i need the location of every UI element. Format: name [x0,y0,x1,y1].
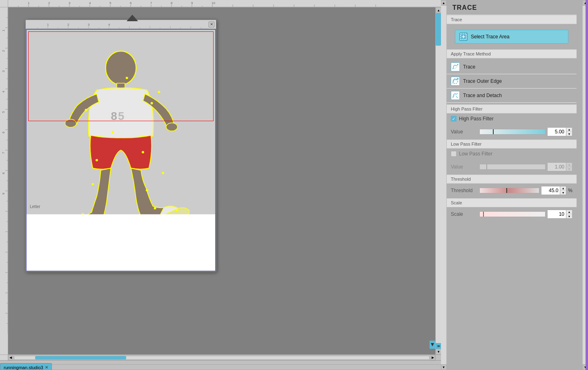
scroll-left-arrow[interactable]: ◀ [8,355,13,360]
svg-text:10: 10 [212,1,215,5]
select-trace-area-container: Select Trace Area [447,24,577,49]
high-pass-increment[interactable]: ▲ [566,128,572,132]
scale-decrement[interactable]: ▼ [566,214,572,218]
scale-slider-thumb [483,212,484,217]
canvas-area: 1 2 3 4 5 6 7 8 9 10 [0,0,441,370]
high-pass-input-group: ▲ ▼ [547,127,572,136]
canvas-right-scrollbar[interactable]: ▲ ≫ ▼ [435,7,441,354]
svg-text:4: 4 [108,23,110,27]
svg-text:2: 2 [67,23,69,27]
svg-point-113 [151,102,153,104]
svg-point-111 [158,91,160,93]
method-trace-label: Trace [463,64,475,70]
svg-text:5: 5 [2,111,5,113]
scale-value-input[interactable] [548,210,566,218]
bottom-scrollbar[interactable]: ◀ ▶ [8,354,435,360]
svg-point-115 [142,151,144,153]
high-pass-decrement[interactable]: ▼ [566,132,572,136]
svg-text:7: 7 [150,1,152,5]
svg-point-104 [106,51,136,85]
scrollbar-track[interactable] [436,13,441,343]
letter-label: Letter [30,204,40,209]
svg-text:6: 6 [130,1,132,5]
scale-spinners: ▲ ▼ [566,210,572,218]
threshold-label: Threshold [451,188,479,193]
high-pass-filter-section: ✓ High Pass Filter [447,113,577,127]
right-panel-left-scroll[interactable]: ▲ ▼ [441,0,447,370]
svg-text:4: 4 [2,91,5,93]
threshold-input-group: ▲ ▼ [541,186,566,195]
scroll-right-arrow[interactable]: ▶ [430,355,435,360]
threshold-slider-thumb [506,188,507,193]
svg-point-118 [91,183,94,186]
threshold-slider[interactable] [479,188,539,193]
right-scroll-track-left[interactable] [441,6,446,364]
svg-point-107 [166,123,178,131]
method-outer-edge-label: Trace Outer Edge [463,78,502,84]
high-pass-slider[interactable] [479,129,546,135]
tab-runningman[interactable]: runningman.studio3 ✕ [0,363,52,370]
low-pass-label[interactable]: Low Pass Filter [451,151,492,157]
svg-text:3: 3 [69,1,71,5]
svg-point-116 [96,159,98,162]
low-pass-value-label: Value [451,164,479,170]
low-pass-input-group: ▲ ▼ [547,162,572,171]
high-pass-value-label: Value [451,129,479,135]
right-scroll-down[interactable]: ▼ [441,364,447,370]
canvas-scroll-right-bottom[interactable] [430,341,435,349]
low-pass-value-row: Value ▲ ▼ [447,162,577,171]
low-pass-checkbox-row: Low Pass Filter [451,151,572,157]
svg-point-121 [154,207,156,210]
svg-text:3: 3 [88,23,90,27]
apply-method-header: Apply Trace Method [447,49,577,58]
panel-toggle-btn[interactable]: ≫ [436,343,441,349]
threshold-increment[interactable]: ▲ [560,186,566,191]
svg-point-129 [457,64,459,65]
vertical-ruler: 1 2 3 4 5 6 7 8 9 [0,7,8,354]
bottom-right-corner [435,354,441,360]
threshold-decrement[interactable]: ▼ [560,191,566,195]
high-pass-section-header: High Pass Filter [447,104,577,113]
tab-bar: runningman.studio3 ✕ [0,360,441,370]
method-trace-outer-edge[interactable]: Trace Outer Edge [447,74,577,89]
threshold-value-row: Threshold ▲ ▼ % [447,184,577,195]
svg-text:8: 8 [111,110,117,122]
low-pass-checkbox[interactable] [451,151,457,157]
image-content: 8 5 [26,29,216,272]
high-pass-label[interactable]: ✓ High Pass Filter [451,116,494,122]
high-pass-checkbox[interactable]: ✓ [451,116,457,122]
svg-text:4: 4 [89,1,91,5]
right-scroll-up[interactable]: ▲ [441,0,447,6]
panel-up-arrow [127,15,138,22]
svg-text:1: 1 [2,29,5,31]
tab-close-button[interactable]: ✕ [45,365,48,370]
method-trace[interactable]: Trace [447,60,577,74]
low-pass-section-header: Low Pass Filter [447,140,577,148]
low-pass-value-input [548,163,566,171]
svg-rect-124 [27,214,215,270]
svg-text:6: 6 [2,131,5,133]
horizontal-ruler-row: 1 2 3 4 5 6 7 8 9 10 [0,0,441,7]
scale-increment[interactable]: ▲ [566,210,572,214]
purple-accent-border [586,0,588,370]
tab-label: runningman.studio3 [4,365,43,370]
runner-image: 8 5 [27,30,215,272]
panel-title: TRACE [447,0,577,15]
scrollbar-up-arrow[interactable]: ▲ [436,7,441,13]
low-pass-decrement: ▼ [566,167,572,171]
low-pass-increment: ▲ [566,163,572,167]
low-pass-filter-section: Low Pass Filter [447,148,577,162]
scrollbar-down-arrow[interactable]: ▼ [436,349,441,354]
close-button[interactable]: ✕ [209,22,214,27]
scroll-track[interactable] [14,356,430,360]
scale-slider[interactable] [479,211,546,217]
threshold-value-input[interactable] [541,186,560,195]
high-pass-value-input[interactable] [548,128,566,136]
low-pass-checkbox-label: Low Pass Filter [459,151,492,157]
svg-text:8: 8 [171,1,173,5]
method-trace-and-detach[interactable]: Trace and Detach [447,89,577,103]
select-trace-area-button[interactable]: Select Trace Area [455,30,568,44]
image-panel-titlebar: 1 2 3 4 ✕ [26,20,216,29]
horizontal-ruler: 1 2 3 4 5 6 7 8 9 10 [8,0,441,7]
low-pass-slider-thumb [486,164,487,169]
